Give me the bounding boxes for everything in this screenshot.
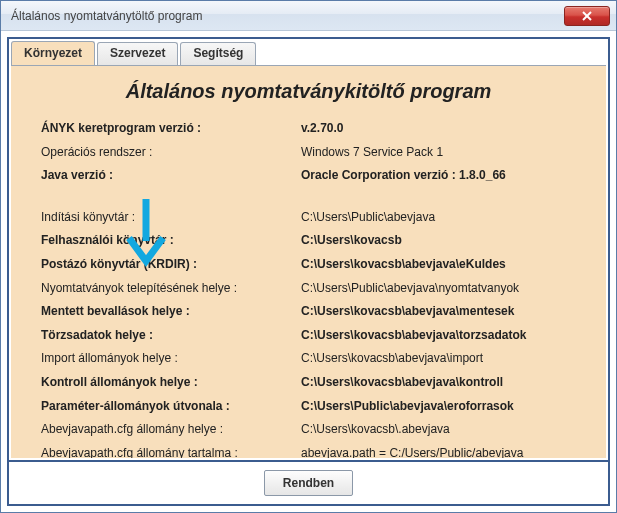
page-title: Általános nyomtatványkitöltő program (11, 66, 606, 111)
row-saved-dir: Mentett bevallások helye : C:\Users\kova… (41, 300, 576, 324)
value-kontroll-dir: C:\Users\kovacsb\abevjava\kontroll (301, 375, 576, 391)
client-area: Környezet Szervezet Segítség Általános n… (1, 31, 616, 512)
row-param-dir: Paraméter-állományok útvonala : C:\Users… (41, 395, 576, 419)
value-anyk-version: v.2.70.0 (301, 121, 576, 137)
tab-organization-label: Szervezet (110, 46, 165, 60)
value-krdir: C:\Users\kovacsb\abevjava\eKuldes (301, 257, 576, 273)
window-title: Általános nyomtatványtöltő program (11, 9, 564, 23)
label-os: Operációs rendszer : (41, 145, 301, 161)
row-anyk-version: ÁNYK keretprogram verzió : v.2.70.0 (41, 117, 576, 141)
row-krdir: Postázó könyvtár (KRDIR) : C:\Users\kova… (41, 253, 576, 277)
tab-panel-environment: Általános nyomtatványkitöltő program ÁNY… (11, 65, 606, 458)
dialog-footer: Rendben (9, 460, 608, 504)
row-import-dir: Import állományok helye : C:\Users\kovac… (41, 347, 576, 371)
tab-help[interactable]: Segítség (180, 42, 256, 66)
tab-help-label: Segítség (193, 46, 243, 60)
tab-organization[interactable]: Szervezet (97, 42, 178, 66)
value-user-dir: C:\Users\kovacsb (301, 233, 576, 249)
label-param-dir: Paraméter-állományok útvonala : (41, 399, 301, 415)
label-import-dir: Import állományok helye : (41, 351, 301, 367)
row-kontroll-dir: Kontroll állományok helye : C:\Users\kov… (41, 371, 576, 395)
tab-environment[interactable]: Környezet (11, 41, 95, 65)
value-import-dir: C:\Users\kovacsb\abevjava\import (301, 351, 576, 367)
label-forms-dir: Nyomtatványok telepítésének helye : (41, 281, 301, 297)
value-master-dir: C:\Users\kovacsb\abevjava\torzsadatok (301, 328, 576, 344)
label-user-dir: Felhasználói könyvtár : (41, 233, 301, 249)
row-cfg-content: Abevjavapath.cfg állomány tartalma : abe… (41, 442, 576, 458)
label-saved-dir: Mentett bevallások helye : (41, 304, 301, 320)
value-start-dir: C:\Users\Public\abevjava (301, 210, 576, 226)
row-start-dir: Indítási könyvtár : C:\Users\Public\abev… (41, 206, 576, 230)
label-krdir: Postázó könyvtár (KRDIR) : (41, 257, 301, 273)
ok-button[interactable]: Rendben (264, 470, 353, 496)
label-cfg-content: Abevjavapath.cfg állomány tartalma : (41, 446, 301, 458)
value-os: Windows 7 Service Pack 1 (301, 145, 576, 161)
tab-strip: Környezet Szervezet Segítség (9, 41, 608, 65)
titlebar: Általános nyomtatványtöltő program (1, 1, 616, 31)
label-cfg-path: Abevjavapath.cfg állomány helye : (41, 422, 301, 438)
row-os: Operációs rendszer : Windows 7 Service P… (41, 141, 576, 165)
info-grid: ÁNYK keretprogram verzió : v.2.70.0 Oper… (11, 111, 606, 458)
close-button[interactable] (564, 6, 610, 26)
label-java: Java verzió : (41, 168, 301, 184)
value-java: Oracle Corporation verzió : 1.8.0_66 (301, 168, 576, 184)
label-anyk-version: ÁNYK keretprogram verzió : (41, 121, 301, 137)
row-forms-dir: Nyomtatványok telepítésének helye : C:\U… (41, 277, 576, 301)
window-frame: Általános nyomtatványtöltő program Körny… (0, 0, 617, 513)
ok-button-label: Rendben (283, 476, 334, 490)
value-forms-dir: C:\Users\Public\abevjava\nyomtatvanyok (301, 281, 576, 297)
value-param-dir: C:\Users\Public\abevjava\eroforrasok (301, 399, 576, 415)
row-master-dir: Törzsadatok helye : C:\Users\kovacsb\abe… (41, 324, 576, 348)
row-user-dir: Felhasználói könyvtár : C:\Users\kovacsb (41, 229, 576, 253)
close-icon (581, 11, 593, 21)
label-kontroll-dir: Kontroll állományok helye : (41, 375, 301, 391)
value-saved-dir: C:\Users\kovacsb\abevjava\mentesek (301, 304, 576, 320)
label-master-dir: Törzsadatok helye : (41, 328, 301, 344)
label-start-dir: Indítási könyvtár : (41, 210, 301, 226)
value-cfg-content: abevjava.path = C:/Users/Public/abevjava (301, 446, 576, 458)
dialog-frame: Környezet Szervezet Segítség Általános n… (7, 37, 610, 506)
row-java: Java verzió : Oracle Corporation verzió … (41, 164, 576, 188)
tab-environment-label: Környezet (24, 46, 82, 60)
spacer (41, 188, 576, 206)
value-cfg-path: C:\Users\kovacsb\.abevjava (301, 422, 576, 438)
row-cfg-path: Abevjavapath.cfg állomány helye : C:\Use… (41, 418, 576, 442)
